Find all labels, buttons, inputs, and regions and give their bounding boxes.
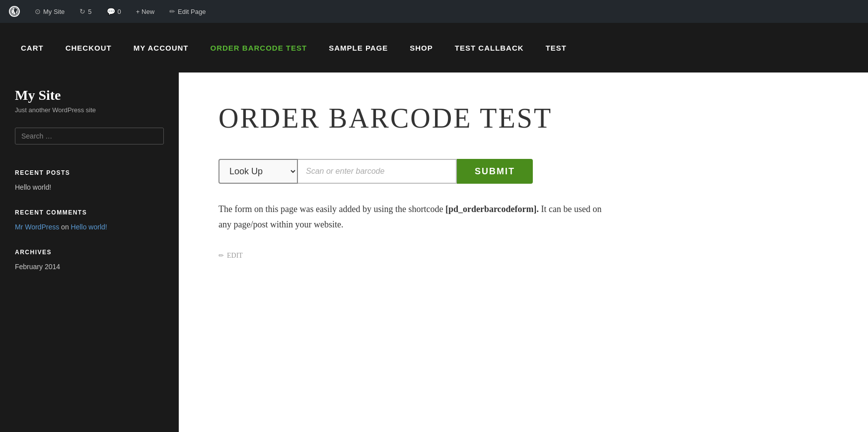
archives-title: ARCHIVES	[15, 249, 164, 256]
submit-button[interactable]: SUBMIT	[457, 159, 533, 184]
updates-count: 5	[88, 8, 91, 15]
lookup-select[interactable]: Look Up Search Verify	[218, 159, 298, 184]
nav-cart[interactable]: CART	[10, 23, 55, 72]
admin-bar: ⊙ My Site ↻ 5 💬 0 + New ✏ Edit Page	[0, 0, 868, 23]
edit-page-button[interactable]: ✏ Edit Page	[166, 5, 209, 17]
recent-comments-title: RECENT COMMENTS	[15, 209, 164, 216]
recent-posts-section: RECENT POSTS Hello world!	[15, 169, 164, 191]
nav-order-barcode-test[interactable]: ORDER BARCODE TEST	[200, 23, 318, 72]
wp-logo-button[interactable]	[6, 4, 23, 19]
page-title: ORDER BARCODE TEST	[218, 102, 828, 134]
wp-logo-icon	[9, 6, 20, 17]
recent-posts-title: RECENT POSTS	[15, 169, 164, 176]
nav-checkout[interactable]: CHECKOUT	[55, 23, 123, 72]
edit-label: EDIT	[227, 252, 243, 260]
comments-count: 0	[118, 8, 121, 15]
recent-post-hello-world[interactable]: Hello world!	[15, 183, 164, 191]
sidebar: My Site Just another WordPress site RECE…	[0, 72, 179, 432]
new-content-button[interactable]: + New	[133, 6, 157, 17]
updates-icon: ↻	[79, 7, 85, 15]
dashboard-icon: ⊙	[35, 7, 41, 15]
barcode-form: Look Up Search Verify SUBMIT	[218, 159, 828, 184]
search-input[interactable]	[15, 128, 164, 144]
nav-my-account[interactable]: MY ACCOUNT	[123, 23, 200, 72]
description-text: The form on this page was easily added b…	[218, 202, 616, 232]
my-site-button[interactable]: ⊙ My Site	[32, 5, 68, 17]
shortcode-text: [pd_orderbarcodeform].	[445, 204, 539, 214]
archive-feb-2014[interactable]: February 2014	[15, 263, 164, 271]
comment-post-link[interactable]: Hello world!	[71, 223, 107, 231]
description-part1: The form on this page was easily added b…	[218, 204, 445, 214]
site-wrapper: CART CHECKOUT MY ACCOUNT ORDER BARCODE T…	[0, 23, 868, 432]
edit-link[interactable]: ✏ EDIT	[218, 252, 828, 260]
comment-author-link[interactable]: Mr WordPress	[15, 223, 59, 231]
pencil-icon: ✏	[218, 252, 224, 260]
nav-test[interactable]: TEST	[535, 23, 578, 72]
comments-button[interactable]: 💬 0	[104, 5, 124, 17]
nav-sample-page[interactable]: SAMPLE PAGE	[318, 23, 399, 72]
edit-icon: ✏	[169, 7, 175, 15]
barcode-input[interactable]	[298, 159, 457, 184]
main-content: ORDER BARCODE TEST Look Up Search Verify…	[179, 72, 868, 432]
recent-comments-section: RECENT COMMENTS Mr WordPress on Hello wo…	[15, 209, 164, 231]
comments-icon: 💬	[107, 7, 115, 15]
new-label: + New	[136, 8, 154, 15]
my-site-label: My Site	[43, 8, 65, 15]
site-tagline: Just another WordPress site	[15, 106, 164, 114]
archives-section: ARCHIVES February 2014	[15, 249, 164, 271]
nav-bar: CART CHECKOUT MY ACCOUNT ORDER BARCODE T…	[0, 23, 868, 72]
layout: My Site Just another WordPress site RECE…	[0, 72, 868, 432]
recent-comment-item: Mr WordPress on Hello world!	[15, 223, 164, 231]
updates-button[interactable]: ↻ 5	[76, 5, 94, 17]
comment-on-text: on	[61, 223, 71, 231]
nav-test-callback[interactable]: TEST CALLBACK	[444, 23, 535, 72]
site-title[interactable]: My Site	[15, 87, 164, 103]
nav-shop[interactable]: SHOP	[399, 23, 444, 72]
edit-page-label: Edit Page	[178, 8, 206, 15]
